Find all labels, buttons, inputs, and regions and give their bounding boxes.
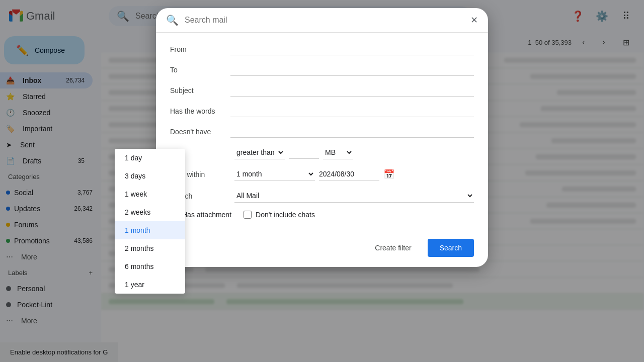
size-unit-select[interactable]: MB KB Bytes (323, 146, 353, 159)
dropdown-item-1month[interactable]: 1 month (115, 221, 185, 239)
size-compare-select[interactable]: greater than less than (234, 146, 285, 159)
calendar-icon[interactable]: 📅 (383, 169, 394, 180)
subject-label: Subject (170, 86, 230, 95)
from-label: From (170, 45, 230, 53)
dropdown-item-1day[interactable]: 1 day (115, 149, 185, 167)
to-label: To (170, 66, 230, 74)
dropdown-item-2weeks[interactable]: 2 weeks (115, 203, 185, 221)
date-within-dropdown: 1 day 3 days 1 week 2 weeks 1 month 2 mo… (115, 149, 185, 294)
subject-row: Subject (170, 84, 474, 97)
modal-search-icon: 🔍 (166, 14, 179, 26)
search-button[interactable]: Search (428, 239, 474, 257)
has-words-label: Has the words (170, 107, 230, 115)
doesnt-have-input[interactable] (230, 125, 474, 138)
dont-include-chats-checkbox[interactable]: Don't include chats (244, 211, 315, 219)
date-value-input[interactable] (319, 168, 379, 180)
search-in-select[interactable]: All Mail Inbox Sent Drafts (234, 189, 474, 203)
dropdown-item-2months[interactable]: 2 months (115, 239, 185, 257)
doesnt-have-row: Doesn't have (170, 125, 474, 138)
has-words-input[interactable] (230, 105, 474, 117)
dont-include-chats-input[interactable] (244, 211, 252, 219)
modal-close-icon[interactable]: ✕ (470, 15, 478, 26)
modal-search-input[interactable] (185, 16, 464, 25)
from-input[interactable] (230, 43, 474, 55)
date-within-row: Date within 1 day 3 days 1 week 2 weeks … (170, 167, 474, 181)
size-row: Size greater than less than MB KB Bytes (170, 146, 474, 159)
modal-footer: Create filter Search (156, 239, 488, 267)
dropdown-item-6months[interactable]: 6 months (115, 257, 185, 276)
search-in-row: Search All Mail Inbox Sent Drafts (170, 189, 474, 203)
to-input[interactable] (230, 63, 474, 76)
dropdown-item-1year[interactable]: 1 year (115, 276, 185, 294)
dropdown-item-3days[interactable]: 3 days (115, 167, 185, 185)
has-attachment-label: Has attachment (182, 211, 231, 219)
modal-body: From To Subject Has the words Doesn't ha… (156, 33, 488, 239)
checkbox-row: Has attachment Don't include chats (170, 211, 474, 219)
to-row: To (170, 63, 474, 76)
search-modal: 🔍 ✕ From To Subject Has the words Doesn'… (156, 8, 488, 267)
dropdown-item-1week[interactable]: 1 week (115, 185, 185, 203)
has-words-row: Has the words (170, 105, 474, 117)
subject-input[interactable] (230, 84, 474, 97)
size-value-input[interactable] (289, 146, 319, 159)
modal-search-bar: 🔍 ✕ (156, 8, 488, 33)
from-row: From (170, 43, 474, 55)
date-within-select[interactable]: 1 day 3 days 1 week 2 weeks 1 month 2 mo… (234, 167, 315, 181)
doesnt-have-label: Doesn't have (170, 128, 230, 136)
create-filter-button[interactable]: Create filter (367, 239, 419, 257)
dont-include-chats-label: Don't include chats (256, 211, 315, 219)
